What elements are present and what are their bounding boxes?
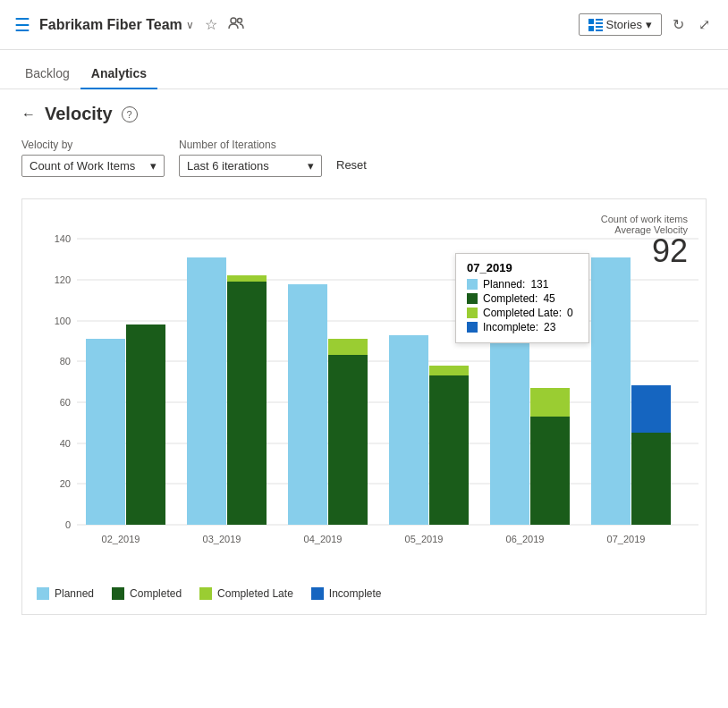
svg-text:04_2019: 04_2019 xyxy=(304,534,343,544)
bar-04-completed-late[interactable] xyxy=(328,339,368,355)
iterations-select[interactable]: Last 6 iterations ▾ xyxy=(179,155,322,177)
iterations-filter: Number of Iterations Last 6 iterations ▾ xyxy=(179,139,322,177)
iterations-label: Number of Iterations xyxy=(179,139,322,151)
app-icon: ☰ xyxy=(14,14,30,36)
legend-planned: Planned xyxy=(37,587,94,600)
tooltip-incomplete-val: 23 xyxy=(544,321,555,333)
tooltip-completed-late-swatch xyxy=(467,308,478,318)
svg-rect-5 xyxy=(596,22,603,24)
page-title: Velocity xyxy=(45,104,113,124)
bar-04-planned[interactable] xyxy=(288,284,327,525)
svg-rect-6 xyxy=(596,26,603,28)
header: ☰ Fabrikam Fiber Team ∨ ☆ Stories ▾ xyxy=(0,0,728,50)
bar-07-planned[interactable] xyxy=(591,257,631,525)
svg-text:0: 0 xyxy=(65,519,71,530)
tooltip-planned-row: Planned: 131 xyxy=(467,278,578,291)
bar-07-completed[interactable] xyxy=(631,433,671,525)
chart-legend: Planned Completed Completed Late Incompl… xyxy=(37,580,691,600)
help-icon[interactable]: ? xyxy=(122,106,138,122)
tooltip-incomplete-row: Incomplete: 23 xyxy=(467,321,578,333)
tab-analytics[interactable]: Analytics xyxy=(80,59,157,89)
svg-text:140: 140 xyxy=(55,233,71,244)
bar-07-incomplete[interactable] xyxy=(631,385,671,433)
iterations-value: Last 6 iterations xyxy=(187,159,269,173)
legend-planned-label: Planned xyxy=(55,587,94,600)
velocity-by-filter: Velocity by Count of Work Items ▾ xyxy=(21,139,165,177)
back-button[interactable]: ← xyxy=(21,106,36,122)
reset-button[interactable]: Reset xyxy=(336,158,367,172)
tooltip-completed-late-label: Completed Late: xyxy=(483,307,562,319)
header-actions: ☆ xyxy=(205,16,244,33)
velocity-by-label: Velocity by xyxy=(21,139,165,151)
tooltip-completed-late-val: 0 xyxy=(567,307,573,319)
team-chevron-icon[interactable]: ∨ xyxy=(186,19,194,31)
stories-button[interactable]: Stories ▾ xyxy=(579,13,662,36)
legend-completed-late-label: Completed Late xyxy=(217,587,293,600)
bar-03-planned[interactable] xyxy=(187,257,226,525)
legend-completed: Completed xyxy=(112,587,182,600)
nav-tabs: Backlog Analytics xyxy=(0,50,728,89)
velocity-by-chevron-icon: ▾ xyxy=(150,159,157,173)
bar-05-planned[interactable] xyxy=(389,335,428,525)
tooltip-sprint: 07_2019 xyxy=(467,261,578,274)
svg-point-1 xyxy=(237,18,241,22)
bar-06-completed[interactable] xyxy=(530,417,570,525)
svg-text:20: 20 xyxy=(60,478,71,489)
svg-text:06_2019: 06_2019 xyxy=(506,534,545,544)
svg-text:05_2019: 05_2019 xyxy=(405,534,444,544)
svg-text:40: 40 xyxy=(60,438,71,449)
svg-rect-4 xyxy=(596,19,603,21)
people-icon[interactable] xyxy=(228,17,244,33)
tooltip-completed-val: 45 xyxy=(543,292,554,305)
expand-button[interactable]: ⤢ xyxy=(695,13,714,37)
header-right: Stories ▾ ↻ ⤢ xyxy=(579,13,714,37)
tooltip-planned-val: 131 xyxy=(530,278,548,291)
tooltip-incomplete-swatch xyxy=(467,322,478,333)
velocity-by-value: Count of Work Items xyxy=(30,159,135,173)
chart-meta: Count of work items Average Velocity 92 xyxy=(601,214,688,267)
tooltip-completed-label: Completed: xyxy=(483,292,538,305)
bar-02-completed[interactable] xyxy=(126,324,165,525)
legend-planned-swatch xyxy=(37,587,49,600)
svg-text:03_2019: 03_2019 xyxy=(203,534,241,544)
refresh-button[interactable]: ↻ xyxy=(669,13,688,37)
svg-rect-7 xyxy=(596,30,603,31)
bar-03-completed[interactable] xyxy=(227,282,267,525)
legend-incomplete-swatch xyxy=(311,587,324,600)
bar-05-completed[interactable] xyxy=(429,375,469,525)
legend-completed-late-swatch xyxy=(199,587,212,600)
tooltip-incomplete-label: Incomplete: xyxy=(483,321,538,333)
chart-avg-velocity: 92 xyxy=(601,235,688,267)
iterations-chevron-icon: ▾ xyxy=(308,159,314,173)
velocity-by-select[interactable]: Count of Work Items ▾ xyxy=(21,155,165,177)
svg-text:120: 120 xyxy=(55,274,71,285)
filters: Velocity by Count of Work Items ▾ Number… xyxy=(21,139,707,177)
chart-svg: 0 20 40 60 80 100 120 140 xyxy=(37,221,716,569)
bar-03-completed-late[interactable] xyxy=(227,275,267,282)
favorite-icon[interactable]: ☆ xyxy=(205,16,217,33)
chart-container: Count of work items Average Velocity 92 … xyxy=(21,198,707,615)
svg-text:100: 100 xyxy=(55,316,71,326)
legend-incomplete: Incomplete xyxy=(311,587,382,600)
legend-incomplete-label: Incomplete xyxy=(329,587,382,600)
bar-04-completed[interactable] xyxy=(328,355,368,525)
page-content: ← Velocity ? Velocity by Count of Work I… xyxy=(0,89,728,629)
svg-rect-2 xyxy=(588,19,594,24)
chart-svg-wrapper: 0 20 40 60 80 100 120 140 xyxy=(37,221,691,573)
bar-05-completed-late[interactable] xyxy=(429,366,469,375)
tooltip-completed-swatch xyxy=(467,293,478,304)
legend-completed-label: Completed xyxy=(130,587,182,600)
stories-label: Stories xyxy=(606,18,642,31)
bar-06-completed-late[interactable] xyxy=(530,388,570,417)
legend-completed-late: Completed Late xyxy=(199,587,293,600)
bar-06-planned[interactable] xyxy=(490,341,529,525)
svg-rect-3 xyxy=(588,26,594,31)
svg-text:07_2019: 07_2019 xyxy=(607,534,646,544)
legend-completed-swatch xyxy=(112,587,124,600)
velocity-header: ← Velocity ? xyxy=(21,104,707,124)
svg-text:02_2019: 02_2019 xyxy=(102,534,140,544)
tab-backlog[interactable]: Backlog xyxy=(14,59,80,89)
tooltip-planned-swatch xyxy=(467,279,478,290)
team-name: Fabrikam Fiber Team xyxy=(39,17,182,33)
bar-02-planned[interactable] xyxy=(86,339,125,525)
